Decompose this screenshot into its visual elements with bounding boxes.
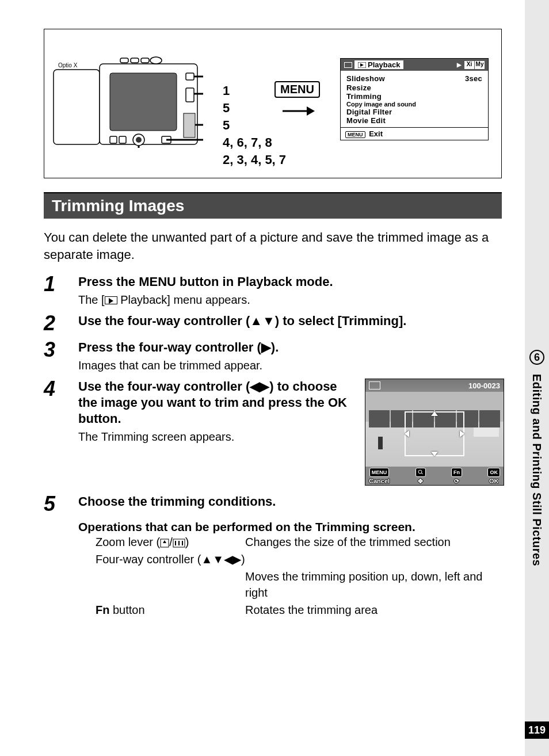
- intro-text: You can delete the unwanted part of a pi…: [44, 229, 502, 264]
- fourway-desc: Moves the trimming position up, down, le…: [245, 568, 502, 601]
- step-heading: Choose the trimming conditions.: [78, 494, 502, 510]
- ok-label: OK: [489, 478, 499, 484]
- menu-button-label-box: MENU: [274, 81, 320, 98]
- step-subtext: The Trimming screen appears.: [78, 429, 356, 444]
- svg-rect-0: [54, 70, 100, 144]
- menu-item-movie: Movie Edit: [346, 116, 482, 125]
- step-subtext: Images that can be trimmed appear.: [78, 358, 502, 373]
- up-arrow-icon: [431, 411, 438, 416]
- chapter-number: 6: [529, 350, 544, 365]
- menu-item-slideshow: Slideshow 3sec: [346, 74, 482, 83]
- playback-menu: Playback ▶ Xi My Slideshow 3sec Resize T…: [340, 58, 489, 140]
- step-heading: Press the MENU button in Playback mode.: [78, 274, 502, 290]
- zoom-lever-desc: Changes the size of the trimmed section: [245, 534, 502, 550]
- menu-item-copy: Copy image and sound: [346, 101, 482, 108]
- step-1: 1 Press the MENU button in Playback mode…: [44, 274, 502, 307]
- exit-label: Exit: [369, 129, 383, 138]
- step-heading: Use the four-way controller (◀▶) to choo…: [78, 379, 356, 427]
- menu-tag: MENU: [345, 131, 365, 138]
- svg-line-27: [421, 473, 423, 474]
- step-2: 2 Use the four-way controller (▲▼) to se…: [44, 313, 502, 334]
- step-5: 5 Choose the trimming conditions.: [44, 494, 502, 514]
- menu-item-filter: Digital Filter: [346, 108, 482, 116]
- menu-tag-icon: MENU: [369, 468, 390, 477]
- step-number: 1: [44, 274, 78, 307]
- callout-4: 4, 6, 7, 8: [223, 134, 286, 151]
- step-heading: Press the four-way controller (▶).: [78, 339, 502, 356]
- step-number: 4: [44, 379, 78, 488]
- cancel-label: Cancel: [369, 478, 390, 484]
- step-heading: Use the four-way controller (▲▼) to sele…: [78, 313, 502, 329]
- move-icon: ✥: [418, 478, 423, 484]
- svg-rect-10: [184, 113, 195, 138]
- rotate-icon: ⟳: [454, 478, 459, 484]
- my-tab: My: [474, 61, 485, 69]
- zoom-tag-icon: [415, 468, 426, 477]
- grid-icon: [369, 381, 380, 390]
- fn-tag-icon: Fn: [451, 468, 462, 477]
- side-tab: 6 Editing and Printing Still Pictures: [525, 0, 549, 756]
- svg-rect-14: [119, 136, 126, 143]
- down-arrow-icon: [431, 452, 438, 456]
- zoom-lever-label: Zoom lever (/): [96, 534, 245, 550]
- step-number: 3: [44, 339, 78, 373]
- arrow-icon: [281, 104, 316, 118]
- camera-illustration: Optio X: [52, 56, 203, 148]
- svg-rect-2: [110, 73, 177, 131]
- operations-heading: Operations that can be performed on the …: [78, 520, 502, 534]
- playback-menu-body: Slideshow 3sec Resize Trimming Copy imag…: [341, 71, 488, 127]
- step-3: 3 Press the four-way controller (▶). Ima…: [44, 339, 502, 373]
- svg-rect-9: [186, 88, 194, 102]
- ok-tag-icon: OK: [487, 468, 500, 477]
- svg-text:Optio X: Optio X: [58, 62, 78, 68]
- menu-item-trimming: Trimming: [346, 92, 482, 101]
- playback-tab-label: Playback: [368, 60, 400, 69]
- callout-5: 2, 3, 4, 5, 7: [223, 151, 286, 169]
- callout-2: 5: [223, 100, 286, 117]
- step-number: 2: [44, 313, 78, 334]
- diagram-box: Optio X 1 5 5: [44, 29, 502, 178]
- callout-3: 5: [223, 117, 286, 134]
- trim-footer: MENU Cancel ✥ Fn ⟳ OK OK: [365, 467, 504, 485]
- menu-item-resize: Resize: [346, 83, 482, 92]
- step-number: 5: [44, 494, 78, 514]
- chapter-title: Editing and Printing Still Pictures: [530, 374, 543, 566]
- playback-tab: Playback: [354, 60, 403, 69]
- xi-tab-icon: Xi: [464, 61, 474, 69]
- svg-rect-5: [131, 58, 139, 63]
- photo-area: [365, 392, 504, 467]
- step-4: 4 Use the four-way controller (◀▶) to ch…: [44, 379, 502, 488]
- section-heading: Trimming Images: [44, 192, 502, 219]
- svg-rect-8: [186, 73, 194, 80]
- svg-marker-25: [360, 63, 364, 67]
- svg-point-12: [136, 137, 142, 143]
- playback-menu-footer: MENU Exit: [341, 127, 488, 140]
- fn-button-label: Fn button: [96, 602, 245, 618]
- camera-icon: [344, 62, 352, 68]
- step-subtext: The [ Playback] menu appears.: [78, 292, 502, 307]
- right-arrow-icon: [460, 430, 464, 437]
- operations-table: Zoom lever (/) Changes the size of the t…: [96, 534, 502, 618]
- crop-frame: [405, 411, 464, 456]
- svg-rect-4: [120, 58, 128, 63]
- left-arrow-icon: [405, 430, 409, 437]
- page-number: 119: [525, 721, 549, 739]
- svg-point-7: [150, 57, 162, 64]
- file-number: 100-0023: [468, 381, 500, 390]
- fourway-label: Four-way controller (▲▼◀▶): [96, 551, 245, 567]
- playback-icon: [105, 296, 117, 304]
- playback-menu-header: Playback ▶ Xi My: [341, 59, 488, 71]
- trimming-screen-preview: 100-0023 MENU Cancel: [365, 379, 504, 486]
- svg-marker-23: [307, 106, 315, 116]
- svg-rect-13: [110, 136, 117, 143]
- svg-rect-6: [141, 58, 149, 63]
- fn-button-desc: Rotates the trimming area: [245, 602, 502, 618]
